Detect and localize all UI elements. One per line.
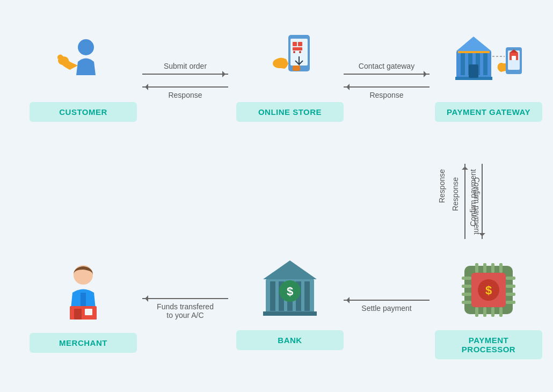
svg-rect-19 [458,51,490,53]
confirm-payment-group: Confirm payment [482,164,483,239]
response-vertical-group: Response [464,164,465,239]
svg-marker-32 [263,260,317,279]
svg-rect-57 [506,293,515,296]
customer-icon [54,32,113,91]
svg-rect-30 [81,293,86,306]
svg-point-10 [273,59,286,68]
svg-rect-40 [263,311,317,316]
svg-rect-50 [499,307,503,317]
payment-gateway-icon-area [454,27,523,97]
merchant-node: MERCHANT [30,258,137,353]
svg-rect-28 [74,309,82,320]
customer-icon-area [54,27,113,97]
funds-transferred-label: Funds transfered to your A/C [157,302,214,320]
svg-rect-55 [506,277,515,280]
svg-rect-46 [499,263,503,273]
merchant-icon-area [54,258,113,328]
svg-text:$: $ [287,285,293,298]
svg-point-8 [299,51,301,53]
payment-processor-icon-area: $ [456,255,521,325]
online-store-label: ONLINE STORE [236,102,344,122]
svg-rect-29 [85,309,92,315]
svg-rect-43 [475,263,478,273]
response-vertical-label: Response [438,169,446,203]
svg-rect-48 [483,307,486,317]
svg-rect-52 [462,285,471,288]
svg-rect-49 [491,307,494,317]
response1-label: Response [168,91,202,99]
payment-gateway-icon [454,32,523,91]
svg-rect-27 [70,306,97,320]
bank-icon-area: $ [260,255,319,325]
payment-gateway-node: PAYMENT GATEWAY [435,27,542,122]
response2-label: Response [369,91,403,99]
svg-rect-47 [475,307,478,317]
customer-store-arrows: Submit order Response [142,62,228,99]
svg-rect-5 [298,42,302,46]
svg-point-7 [293,51,295,53]
svg-rect-44 [483,263,486,273]
svg-rect-53 [462,293,471,296]
customer-node: CUSTOMER [30,27,137,122]
confirm-payment-rotated-label: Confirm payment [472,177,481,235]
online-store-icon [260,32,319,91]
svg-marker-12 [456,37,491,51]
payment-processor-icon: $ [456,258,521,322]
payment-processor-label: PAYMENT PROCESSOR [435,330,542,359]
svg-rect-16 [483,53,487,75]
bank-icon: $ [260,258,319,322]
merchant-label: MERCHANT [30,333,137,353]
svg-rect-45 [491,263,494,273]
svg-rect-58 [506,301,515,304]
svg-rect-56 [506,285,515,288]
payment-gateway-label: PAYMENT GATEWAY [435,102,542,122]
payment-processor-node: $ PAYMENT PROCESSOR [435,255,542,359]
svg-rect-37 [304,281,310,311]
svg-point-0 [78,39,94,55]
bank-label: BANK [236,330,344,350]
svg-rect-33 [270,281,275,311]
online-store-node: ONLINE STORE [236,27,344,122]
payment-flow-diagram: CUSTOMER Submit order Response [13,11,540,381]
svg-rect-4 [293,42,297,46]
processor-bank-arrow: Settle payment [344,300,430,313]
merchant-icon [54,263,113,322]
store-gateway-arrows: Contact gateway Response [344,62,430,99]
svg-rect-25 [512,56,516,60]
response-rotated-label: Response [451,177,460,211]
online-store-icon-area [260,27,319,97]
submit-order-label: Submit order [164,62,207,70]
svg-rect-51 [462,277,471,280]
bank-node: $ BANK [236,255,344,350]
settle-payment-label: Settle payment [361,304,411,313]
bank-merchant-arrow: Funds transfered to your A/C [142,298,228,320]
svg-rect-9 [293,66,300,71]
svg-text:$: $ [485,284,492,297]
customer-label: CUSTOMER [30,102,137,122]
svg-rect-13 [461,53,465,75]
contact-gateway-label: Contact gateway [359,62,414,70]
svg-rect-6 [293,47,302,50]
svg-rect-54 [462,301,471,304]
svg-rect-18 [469,64,478,78]
